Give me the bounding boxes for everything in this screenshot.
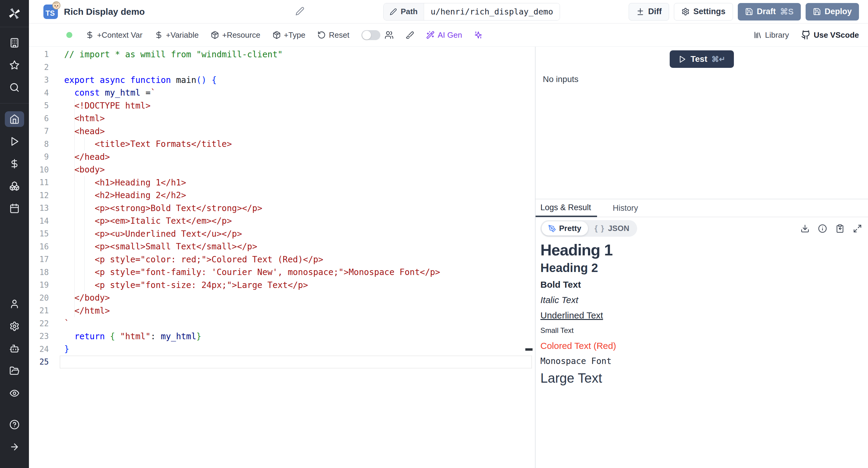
code-line-20[interactable]: 20 </body> xyxy=(29,292,535,304)
line-number: 16 xyxy=(29,242,49,251)
code-line-13[interactable]: 13 <p><strong>Bold Text</strong></p> xyxy=(29,202,535,215)
sidebar-item-folders[interactable] xyxy=(5,363,24,379)
path-field[interactable]: Path u/henri/rich_display_demo xyxy=(383,3,560,21)
view-json-option[interactable]: { } JSON xyxy=(588,221,636,235)
add-context-var-button[interactable]: +Context Var xyxy=(86,30,143,40)
collab-toggle[interactable] xyxy=(361,30,380,40)
view-pretty-option[interactable]: Pretty xyxy=(541,221,588,235)
download-icon[interactable] xyxy=(801,224,809,233)
line-number: 14 xyxy=(29,216,49,226)
code-line-16[interactable]: 16 <p><small>Small Text</small></p> xyxy=(29,240,535,253)
diff-button[interactable]: Diff xyxy=(629,3,669,21)
line-number: 25 xyxy=(29,357,49,367)
line-number: 17 xyxy=(29,255,49,264)
code-line-3[interactable]: 3export async function main() { xyxy=(29,74,535,87)
pen-tool-icon xyxy=(548,225,556,233)
code-line-1[interactable]: 1// import * as wmill from "windmill-cli… xyxy=(29,48,535,61)
header: TS Rich Display demo Path xyxy=(29,0,868,24)
sidebar-item-audit-logs[interactable] xyxy=(5,385,24,401)
clipboard-copy-icon[interactable] xyxy=(835,224,844,233)
line-number: 10 xyxy=(29,165,49,174)
path-value[interactable]: u/henri/rich_display_demo xyxy=(424,3,560,20)
info-icon[interactable] xyxy=(818,224,827,233)
no-inputs-text: No inputs xyxy=(543,75,861,84)
code-line-14[interactable]: 14 <p><em>Italic Text</em></p> xyxy=(29,215,535,228)
sidebar-item-favorites[interactable] xyxy=(5,57,24,73)
format-button[interactable] xyxy=(406,31,414,39)
sidebar-item-users[interactable] xyxy=(5,296,24,312)
sidebar-group-bottom xyxy=(0,409,29,468)
result-line-h1: Heading 1 xyxy=(540,241,863,259)
sidebar-collapse-button[interactable] xyxy=(5,439,24,455)
code-line-9[interactable]: 9 </head> xyxy=(29,150,535,164)
line-number: 8 xyxy=(29,140,49,149)
deploy-button[interactable]: Deploy xyxy=(806,3,859,21)
add-type-label: +Type xyxy=(284,30,306,40)
code-line-12[interactable]: 12 <h2>Heading 2</h2> xyxy=(29,189,535,202)
code-line-23[interactable]: 23 return { "html": my_html} xyxy=(29,330,535,343)
code-line-2[interactable]: 2 xyxy=(29,61,535,74)
code-text: </head> xyxy=(64,152,110,162)
line-number: 9 xyxy=(29,152,49,161)
gear-icon xyxy=(681,7,689,16)
code-line-11[interactable]: 11 <h1>Heading 1</h1> xyxy=(29,176,535,189)
code-line-15[interactable]: 15 <p><u>Underlined Text</u></p> xyxy=(29,227,535,240)
star-icon xyxy=(9,60,20,70)
settings-button[interactable]: Settings xyxy=(674,3,733,21)
code-line-18[interactable]: 18 <p style="font-family: 'Courier New',… xyxy=(29,266,535,279)
add-resource-button[interactable]: +Resource xyxy=(211,30,260,40)
overview-ruler-cursor xyxy=(525,348,532,351)
code-line-6[interactable]: 6 <html> xyxy=(29,112,535,125)
sidebar-item-help[interactable] xyxy=(5,417,24,432)
add-variable-button[interactable]: +Variable xyxy=(155,30,199,40)
add-type-button[interactable]: +Type xyxy=(273,30,306,40)
test-button[interactable]: Test ⌘↵ xyxy=(670,50,734,68)
result-line-small: Small Text xyxy=(540,326,863,335)
help-circle-icon xyxy=(9,419,20,430)
sidebar-item-runs[interactable] xyxy=(5,134,24,149)
code-line-4[interactable]: 4 const my_html =` xyxy=(29,87,535,99)
code-line-21[interactable]: 21 </html> xyxy=(29,304,535,317)
code-text: </body> xyxy=(64,293,110,303)
code-editor[interactable]: 1// import * as wmill from "windmill-cli… xyxy=(29,47,535,468)
reset-button[interactable]: Reset xyxy=(317,30,349,40)
sidebar-item-search[interactable] xyxy=(5,80,24,95)
ai-gen-button[interactable]: AI Gen xyxy=(426,30,462,40)
tab-logs-result[interactable]: Logs & Result xyxy=(535,199,597,217)
line-number: 11 xyxy=(29,178,49,187)
code-line-17[interactable]: 17 <p style="color: red;">Colored Text (… xyxy=(29,253,535,266)
expand-icon[interactable] xyxy=(853,224,862,233)
tab-history[interactable]: History xyxy=(608,199,644,217)
result-line-italic: Italic Text xyxy=(540,295,863,305)
windmill-logo[interactable] xyxy=(0,0,29,27)
code-line-25[interactable]: 25 xyxy=(29,355,535,369)
edit-title-button[interactable] xyxy=(296,7,304,17)
library-button[interactable]: Library xyxy=(753,30,789,40)
sidebar-item-workspace[interactable] xyxy=(5,35,24,51)
ai-suggest-button[interactable] xyxy=(474,31,483,39)
result-line-h2: Heading 2 xyxy=(540,261,863,275)
code-line-7[interactable]: 7 <head> xyxy=(29,125,535,138)
typescript-badge-label: TS xyxy=(45,9,55,18)
code-line-19[interactable]: 19 <p style="font-size: 24px;">Large Tex… xyxy=(29,279,535,292)
sidebar-item-home[interactable] xyxy=(5,111,24,127)
sidebar-item-schedules[interactable] xyxy=(5,201,24,216)
sidebar-item-workers[interactable] xyxy=(5,341,24,356)
code-line-8[interactable]: 8 <title>Text Formats</title> xyxy=(29,138,535,151)
code-lines: 1// import * as wmill from "windmill-cli… xyxy=(29,48,535,369)
code-line-24[interactable]: 24} xyxy=(29,343,535,356)
code-line-10[interactable]: 10 <body> xyxy=(29,164,535,176)
line-number: 24 xyxy=(29,345,49,354)
sidebar-item-variables[interactable] xyxy=(5,156,24,172)
use-vscode-button[interactable]: Use VScode xyxy=(801,30,859,40)
code-line-5[interactable]: 5 <!DOCTYPE html> xyxy=(29,99,535,112)
result-view-switch: Pretty { } JSON xyxy=(540,220,637,237)
code-text: <h2>Heading 2</h2> xyxy=(64,190,186,200)
result-line-mono: Monospace Font xyxy=(540,356,863,366)
code-text: <!DOCTYPE html> xyxy=(64,101,151,111)
draft-button[interactable]: Draft ⌘S xyxy=(738,3,801,21)
sidebar-item-resources[interactable] xyxy=(5,178,24,194)
collab-group xyxy=(361,30,394,40)
code-line-22[interactable]: 22` xyxy=(29,317,535,330)
sidebar-item-settings[interactable] xyxy=(5,318,24,334)
